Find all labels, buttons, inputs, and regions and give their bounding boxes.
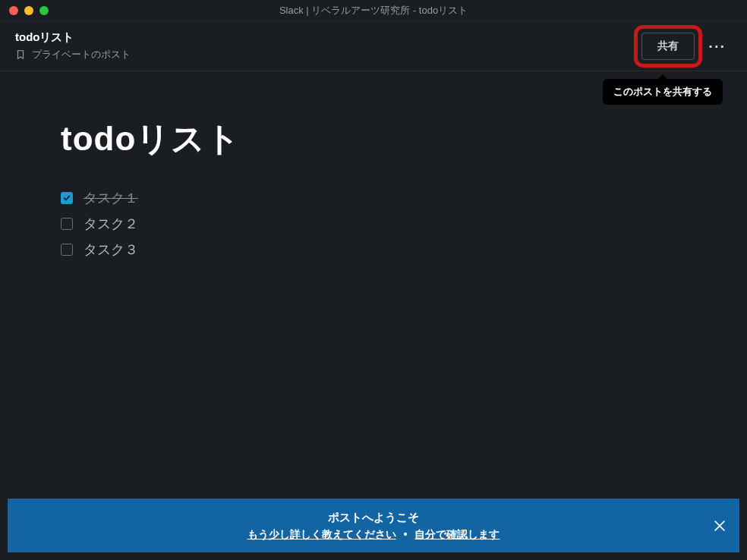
task-label[interactable]: タスク３: [84, 241, 138, 259]
task-label[interactable]: タスク２: [84, 215, 138, 233]
header-left: todoリスト プライベートのポスト: [15, 30, 641, 61]
checkbox-checked[interactable]: [61, 192, 73, 204]
close-icon[interactable]: [712, 518, 727, 533]
document-header: todoリスト プライベートのポスト 共有 ···: [0, 21, 747, 71]
traffic-lights: [0, 6, 49, 15]
task-item[interactable]: タスク２: [61, 215, 686, 233]
maximize-window-button[interactable]: [39, 6, 49, 15]
tooltip-text: このポストを共有する: [613, 86, 712, 97]
window-titlebar: Slack | リベラルアーツ研究所 - todoリスト: [0, 0, 747, 21]
welcome-banner: ポストへようこそ もう少し詳しく教えてください • 自分で確認します: [8, 499, 739, 552]
window-title: Slack | リベラルアーツ研究所 - todoリスト: [0, 4, 747, 17]
task-label[interactable]: タスク１: [84, 189, 138, 207]
checkbox-unchecked[interactable]: [61, 244, 73, 256]
header-subtitle-row: プライベートのポスト: [15, 48, 641, 61]
banner-links: もう少し詳しく教えてください • 自分で確認します: [23, 528, 724, 542]
close-window-button[interactable]: [9, 6, 18, 15]
header-title: todoリスト: [15, 30, 641, 45]
minimize-window-button[interactable]: [24, 6, 33, 15]
task-list: タスク１ タスク２ タスク３: [61, 189, 686, 259]
banner-title: ポストへようこそ: [23, 511, 724, 525]
banner-link-learn-more[interactable]: もう少し詳しく教えてください: [247, 528, 396, 540]
checkbox-unchecked[interactable]: [61, 218, 73, 230]
document-content: todoリスト タスク１ タスク２ タスク３: [0, 71, 747, 312]
banner-separator: •: [401, 528, 411, 540]
header-subtitle: プライベートのポスト: [32, 48, 131, 61]
document-title[interactable]: todoリスト: [61, 117, 686, 162]
banner-link-confirm-self[interactable]: 自分で確認します: [414, 528, 500, 540]
task-item[interactable]: タスク１: [61, 189, 686, 207]
share-button[interactable]: 共有: [641, 33, 695, 60]
task-item[interactable]: タスク３: [61, 241, 686, 259]
share-tooltip: このポストを共有する: [603, 79, 723, 105]
share-button-highlight-wrap: 共有: [641, 33, 695, 60]
check-icon: [63, 194, 71, 202]
bookmark-icon: [15, 49, 26, 60]
header-actions: 共有 ···: [641, 33, 732, 60]
more-actions-button[interactable]: ···: [702, 36, 732, 57]
